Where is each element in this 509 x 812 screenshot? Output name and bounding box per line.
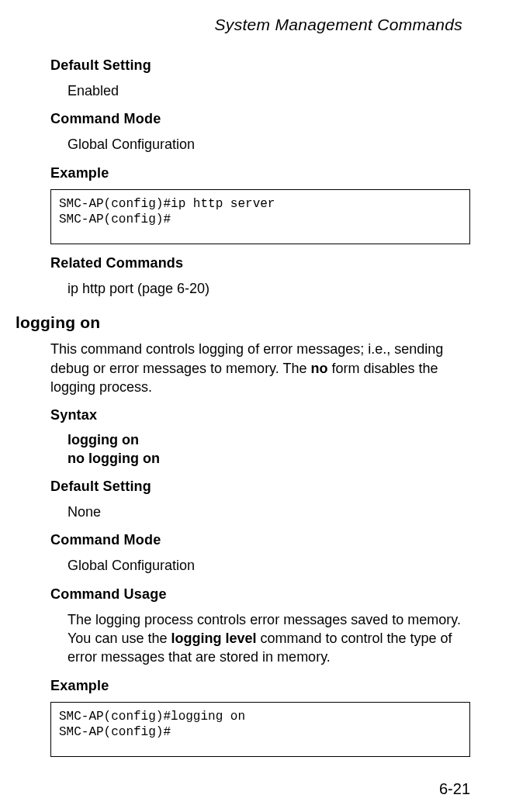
command-title: logging on bbox=[16, 313, 470, 332]
syntax-line-1: logging on bbox=[68, 431, 470, 449]
command-mode-value-2: Global Configuration bbox=[68, 556, 470, 575]
command-usage-text: The logging process controls error messa… bbox=[68, 610, 470, 667]
command-mode-label-2: Command Mode bbox=[50, 532, 470, 548]
usage-bold: logging level bbox=[171, 631, 256, 646]
command-description: This command controls logging of error m… bbox=[50, 340, 470, 396]
syntax-line-2: no logging on bbox=[68, 450, 470, 468]
syntax-label: Syntax bbox=[50, 407, 470, 423]
page-number: 6-21 bbox=[439, 780, 470, 798]
page-header: System Management Commands bbox=[16, 16, 470, 34]
syntax-lines: logging on no logging on bbox=[68, 431, 470, 468]
command-usage-label: Command Usage bbox=[50, 586, 470, 603]
default-setting-value-2: None bbox=[68, 503, 470, 521]
command-mode-value: Global Configuration bbox=[68, 135, 470, 154]
default-setting-value: Enabled bbox=[68, 81, 470, 100]
related-commands-value: ip http port (page 6-20) bbox=[68, 279, 470, 298]
content-area: Default Setting Enabled Command Mode Glo… bbox=[16, 57, 470, 757]
example-label: Example bbox=[50, 165, 470, 181]
command-mode-label: Command Mode bbox=[50, 111, 470, 127]
default-setting-label: Default Setting bbox=[50, 57, 470, 74]
related-commands-label: Related Commands bbox=[50, 255, 470, 271]
example-label-2: Example bbox=[50, 678, 470, 694]
default-setting-label-2: Default Setting bbox=[50, 479, 470, 495]
example-code-box-2: SMC-AP(config)#logging on SMC-AP(config)… bbox=[50, 702, 470, 758]
example-code-box: SMC-AP(config)#ip http server SMC-AP(con… bbox=[50, 189, 470, 245]
desc-bold: no bbox=[310, 361, 327, 376]
